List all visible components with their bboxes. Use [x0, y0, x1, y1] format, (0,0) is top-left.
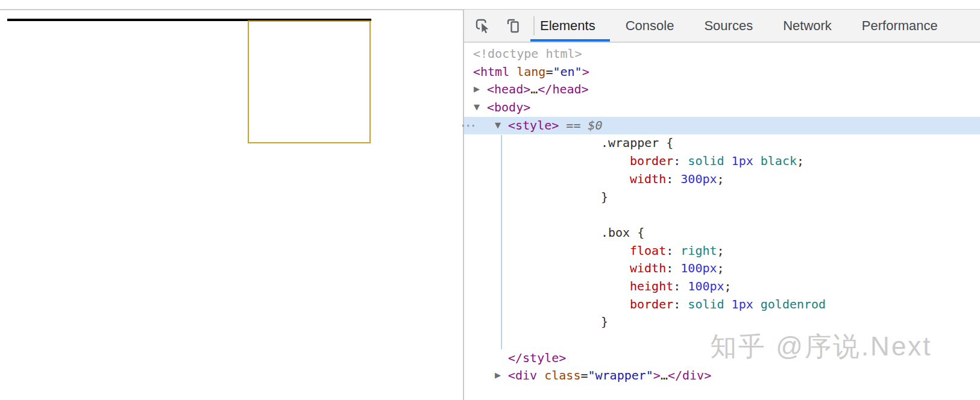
code-token: … — [661, 368, 668, 383]
code-token: "en" — [553, 64, 582, 79]
code-token: border — [630, 297, 673, 311]
active-tab-indicator — [530, 39, 610, 42]
collapse-arrow-icon[interactable]: ▶ — [495, 366, 501, 384]
tree-row[interactable]: <html lang="en"> — [464, 63, 980, 81]
code-token: </head> — [538, 82, 588, 96]
code-token: lang — [517, 64, 545, 79]
devtools-toolbar: ElementsConsoleSourcesNetworkPerformance — [464, 10, 980, 43]
code-token: 100px — [680, 261, 717, 275]
code-token: ; — [717, 243, 724, 258]
code-token: : — [666, 243, 680, 258]
tree-row[interactable]: width: 100px; — [464, 260, 980, 278]
code-token: <!doctype html> — [473, 46, 582, 61]
tab-elements[interactable]: Elements — [540, 18, 595, 34]
code-token: height — [630, 279, 673, 293]
code-token: "wrapper" — [588, 368, 653, 383]
devtools-tabs: ElementsConsoleSourcesNetworkPerformance — [540, 10, 938, 42]
code-token — [753, 297, 761, 311]
code-token: = — [545, 64, 553, 79]
tree-row[interactable]: border: solid 1px black; — [464, 152, 980, 170]
rendered-page-pane — [0, 10, 463, 400]
tab-network[interactable]: Network — [783, 18, 832, 34]
code-token: ; — [724, 279, 732, 293]
code-token: > — [653, 368, 661, 383]
tree-row[interactable]: } — [464, 189, 980, 207]
tree-row[interactable]: <!doctype html> — [464, 45, 980, 63]
code-token: .box { — [601, 225, 644, 240]
code-token: border — [630, 154, 673, 168]
code-token: 100px — [688, 279, 724, 293]
code-token: : — [673, 154, 688, 168]
code-token: : — [673, 297, 688, 311]
floated-box — [248, 20, 371, 143]
tab-console[interactable]: Console — [626, 18, 674, 34]
code-token: black — [761, 154, 797, 168]
code-token: </div> — [668, 368, 711, 383]
code-token: width — [630, 172, 666, 186]
device-toolbar-icon[interactable] — [505, 17, 523, 35]
tree-row[interactable]: ▶<div class="wrapper">…</div> — [464, 367, 980, 385]
tab-sources[interactable]: Sources — [704, 18, 753, 34]
code-token: width — [630, 261, 666, 275]
tree-row[interactable]: height: 100px; — [464, 278, 980, 296]
code-token: … — [530, 82, 538, 96]
code-token: <style> — [508, 118, 559, 133]
code-token: goldenrod — [761, 297, 826, 311]
tree-row[interactable]: float: right; — [464, 242, 980, 260]
inspect-element-icon[interactable] — [474, 17, 492, 35]
tree-row[interactable]: width: 300px; — [464, 170, 980, 189]
code-token: 300px — [680, 172, 717, 186]
tab-performance[interactable]: Performance — [862, 18, 938, 34]
code-token: solid — [688, 154, 724, 168]
code-token: </style> — [508, 351, 566, 365]
code-token: ; — [717, 261, 724, 275]
code-token: : — [673, 279, 688, 293]
code-token: <html — [473, 64, 517, 79]
code-token: ; — [717, 172, 724, 186]
code-token: == — [559, 118, 588, 133]
code-token: class — [544, 368, 580, 383]
code-token: float — [630, 243, 666, 258]
code-token: } — [601, 190, 608, 204]
code-token — [724, 297, 732, 311]
more-actions-icon[interactable]: ⋯ — [460, 116, 476, 134]
screenshot-root: ElementsConsoleSourcesNetworkPerformance… — [0, 0, 980, 400]
code-token: 1px — [732, 154, 753, 168]
code-token: = — [580, 368, 588, 383]
watermark-text: 知乎 @序说.Next — [710, 329, 932, 364]
code-token: } — [601, 314, 608, 329]
code-token: : — [666, 172, 680, 186]
code-token — [753, 154, 761, 168]
code-token: right — [680, 243, 717, 258]
collapse-arrow-icon[interactable]: ▶ — [474, 80, 480, 98]
code-token: <head> — [487, 82, 530, 96]
expand-arrow-icon[interactable]: ▼ — [495, 116, 501, 134]
code-token: 1px — [732, 297, 753, 311]
code-token: solid — [688, 297, 724, 311]
code-token: <body> — [487, 100, 530, 114]
code-token: : — [666, 261, 680, 275]
code-token: $0 — [588, 118, 602, 133]
tree-row[interactable]: ⋯▼<style> == $0 — [464, 117, 980, 135]
toolbar-separator — [533, 16, 535, 36]
code-token: <div — [508, 368, 544, 383]
tree-row[interactable] — [464, 206, 980, 224]
code-token: > — [582, 64, 589, 79]
code-token: .wrapper { — [601, 136, 673, 150]
tree-row[interactable]: ▼<body> — [464, 99, 980, 117]
tree-row[interactable]: ▶<head>…</head> — [464, 81, 980, 99]
tree-row[interactable]: border: solid 1px goldenrod — [464, 296, 980, 314]
tree-row[interactable]: .box { — [464, 224, 980, 242]
code-token: ; — [797, 154, 804, 168]
expand-arrow-icon[interactable]: ▼ — [474, 98, 480, 116]
tree-row[interactable]: .wrapper { — [464, 134, 980, 152]
code-token — [724, 154, 732, 168]
